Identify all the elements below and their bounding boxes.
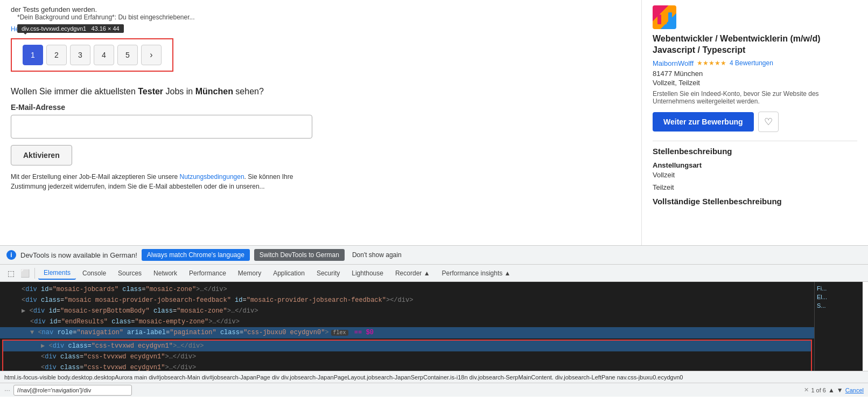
clear-search-icon[interactable]: ✕	[804, 386, 809, 393]
dots-icon: ···	[4, 386, 10, 394]
company-line: MaibornWolff ★★★★★ 4 Bewertungen	[653, 59, 857, 67]
breadcrumb-bar: html.is-focus-visible body.desktop.deskt…	[0, 371, 868, 383]
tab-performance[interactable]: Performance	[184, 267, 232, 279]
main-content: der Tests gefunden werden. *Dein Backgro…	[0, 0, 868, 245]
html-line-1: <div id="mosaic-jobcards" class="mosaic-…	[0, 284, 814, 295]
tab-sources[interactable]: Sources	[113, 267, 147, 279]
logo-bars	[657, 10, 672, 24]
terms-text: Mit der Erstellung einer Job-E-Mail akze…	[11, 172, 312, 191]
terms-link[interactable]: Nutzungsbedingungen	[179, 173, 244, 181]
sidebar-item-1[interactable]: Fi...	[817, 284, 860, 293]
device-icon-btn[interactable]: ⬜	[18, 267, 31, 280]
devtools-bottom-bar: ··· ✕ 1 of 6 ▲ ▼ Cancel	[0, 383, 868, 397]
email-input[interactable]	[11, 115, 312, 139]
tab-elements[interactable]: Elements	[38, 267, 76, 280]
search-prev-arrow[interactable]: ▲	[828, 386, 835, 394]
job-note: Erstellen Sie ein Indeed-Konto, bevor Si…	[653, 90, 857, 105]
pagination-wrapper: div.css-tvvxwd.ecydgvn1 43.16 × 44 1 2 3…	[11, 38, 173, 72]
job-type: Vollzeit, Teilzeit	[653, 79, 857, 87]
job-title: Webentwickler / Webentwicklerin (m/w/d) …	[653, 33, 857, 56]
left-panel: der Tests gefunden werden. *Dein Backgro…	[0, 0, 642, 245]
page-4-btn[interactable]: 4	[94, 45, 114, 65]
intro-line1: der Tests gefunden werden.	[11, 5, 97, 13]
tab-performance-insights[interactable]: Performance insights ▲	[437, 267, 516, 279]
devtools-tabs: ⬚ ⬜ Elements Console Sources Network Per…	[0, 265, 868, 282]
tab-security[interactable]: Security	[311, 267, 345, 279]
tab-network[interactable]: Network	[148, 267, 183, 279]
tab-console[interactable]: Console	[77, 267, 111, 279]
always-match-btn[interactable]: Always match Chrome's language	[142, 249, 250, 261]
tab-lighthouse[interactable]: Lighthouse	[346, 267, 389, 279]
company-logo	[653, 5, 676, 29]
devtools-search-input[interactable]	[13, 385, 132, 396]
info-icon: i	[6, 250, 16, 260]
apply-row: Weiter zur Bewerbung ♡	[653, 112, 857, 132]
anstellungsart-val2: Teilzeit	[653, 183, 857, 191]
page-3-btn[interactable]: 3	[70, 45, 90, 65]
cancel-link[interactable]: Cancel	[845, 387, 864, 393]
pagination: 1 2 3 4 5 ›	[23, 45, 162, 65]
page-1-btn[interactable]: 1	[23, 45, 43, 65]
devtools-message: DevTools is now available in German!	[20, 251, 137, 259]
email-label: E-Mail-Adresse	[11, 103, 631, 112]
anstellungsart-label: Anstellungsart	[653, 161, 857, 169]
apply-button[interactable]: Weiter zur Bewerbung	[653, 112, 754, 132]
stellenbeschreibung-title: Stellenbeschreibung	[653, 141, 857, 156]
html-editor: <div id="mosaic-jobcards" class="mosaic-…	[0, 282, 814, 371]
tab-recorder[interactable]: Recorder ▲	[390, 267, 436, 279]
html-line-3: ▶ <div id="mosaic-serpBottomBody" class=…	[0, 306, 814, 316]
right-panel: Webentwickler / Webentwicklerin (m/w/d) …	[642, 0, 868, 245]
html-line-5[interactable]: ▼ <nav role="navigation" aria-label="pag…	[0, 327, 814, 338]
sidebar-item-3[interactable]: S...	[817, 301, 860, 310]
selected-lines-box: ▶ <div class="css-tvvxwd ecydgvn1">…</di…	[2, 340, 812, 371]
bottom-right: ✕ 1 of 6 ▲ ▼ Cancel	[804, 386, 864, 394]
bottom-left: ···	[4, 385, 132, 396]
dont-show-btn[interactable]: Don't show again	[349, 249, 405, 261]
devtools-notification-bar: i DevTools is now available in German! A…	[0, 245, 868, 265]
anstellungsart-val1: Vollzeit	[653, 171, 857, 179]
tab-memory[interactable]: Memory	[233, 267, 267, 279]
company-name-link[interactable]: MaibornWolff	[653, 59, 694, 67]
page-2-btn[interactable]: 2	[46, 45, 67, 65]
html-line-7[interactable]: <div class="css-tvvxwd ecydgvn1">…</div>	[3, 351, 811, 362]
search-count: 1 of 6	[811, 387, 826, 393]
save-job-button[interactable]: ♡	[758, 112, 779, 132]
html-line-4: <div id="endResults" class="mosaic-empty…	[0, 316, 814, 327]
sidebar-item-2[interactable]: El...	[817, 293, 860, 301]
job-location: 81477 München	[653, 70, 857, 78]
html-line-6-selected[interactable]: ▶ <div class="css-tvvxwd ecydgvn1">…</di…	[3, 341, 811, 351]
switch-devtools-btn[interactable]: Switch DevTools to German	[254, 249, 345, 261]
email-section: Wollen Sie immer die aktuellsten Tester …	[11, 87, 631, 191]
html-line-2: <div class="mosaic mosaic-provider-jobse…	[0, 295, 814, 306]
devtools-tooltip: div.css-tvvxwd.ecydgvn1 43.16 × 44	[17, 24, 124, 33]
devtools-right-sidebar: Fi... El... S...	[814, 282, 863, 371]
page-5-btn[interactable]: 5	[117, 45, 138, 65]
tab-application[interactable]: Application	[268, 267, 310, 279]
company-stars: ★★★★★	[697, 59, 726, 67]
company-reviews-link[interactable]: 4 Bewertungen	[730, 59, 773, 67]
breadcrumb-text: html.is-focus-visible body.desktop.deskt…	[4, 374, 683, 381]
inspect-icon-btn[interactable]: ⬚	[4, 267, 17, 280]
email-question: Wollen Sie immer die aktuellsten Tester …	[11, 87, 631, 96]
intro-text: der Tests gefunden werden. *Dein Backgro…	[11, 5, 631, 21]
html-line-8[interactable]: <div class="css-tvvxwd ecydgvn1">…</div>	[3, 362, 811, 371]
intro-bullet: *Dein Background und Erfahrung*: Du bist…	[17, 13, 631, 21]
vollstaendige-label: Vollständige Stellenbeschreibung	[653, 197, 857, 206]
pagination-next-btn[interactable]: ›	[141, 45, 162, 65]
tab-separator	[34, 268, 35, 279]
devtools-html-panel: <div id="mosaic-jobcards" class="mosaic-…	[0, 282, 868, 371]
search-next-arrow[interactable]: ▼	[837, 386, 843, 394]
activate-button[interactable]: Aktivieren	[11, 145, 72, 165]
